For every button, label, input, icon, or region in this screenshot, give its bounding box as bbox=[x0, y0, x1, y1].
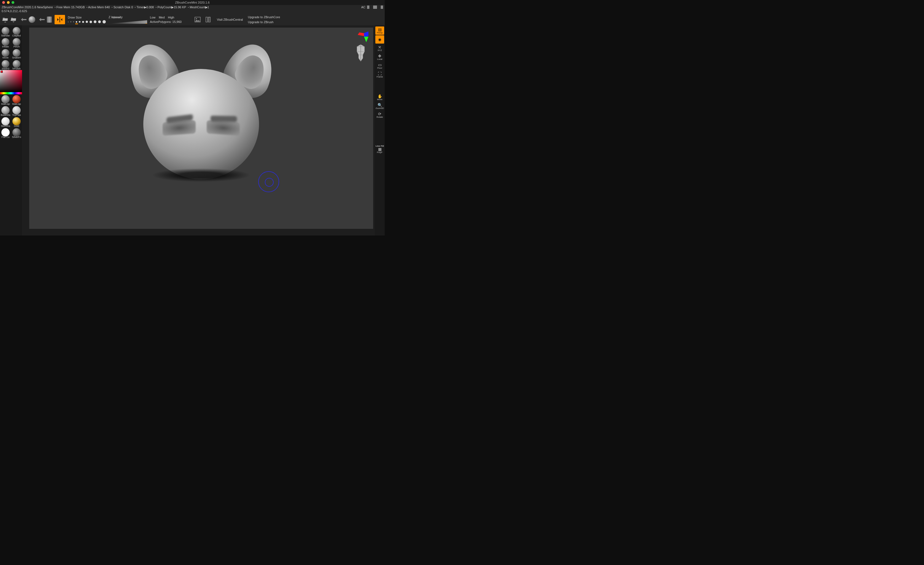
brush-hpolish[interactable]: hPolish bbox=[11, 59, 22, 70]
mac-titlebar: ZBrushCoreMini 2020.1.6 bbox=[0, 0, 385, 5]
save-file-button[interactable] bbox=[10, 16, 17, 23]
mesh-eye-left bbox=[163, 120, 196, 136]
resolution-med-button[interactable]: Med bbox=[159, 16, 165, 19]
window-title: ZBrushCoreMini 2020.1.6 bbox=[175, 1, 209, 4]
svg-point-1 bbox=[196, 18, 197, 19]
camera-head-gizmo[interactable] bbox=[353, 43, 369, 65]
image-export-icon[interactable] bbox=[194, 16, 201, 23]
hue-strip[interactable] bbox=[0, 92, 22, 94]
close-window-button[interactable] bbox=[2, 1, 5, 4]
brush-icon bbox=[13, 38, 20, 46]
status-bar: ZBrushCoreMini 2020.1.6 NewSphere Free M… bbox=[0, 5, 385, 9]
brush-claybui[interactable]: ClayBui bbox=[11, 26, 22, 37]
brush-icon bbox=[13, 60, 20, 68]
brush-slash3[interactable]: Slash3 bbox=[0, 59, 11, 70]
visit-zbrushcentral-link[interactable]: Visit ZBrushCentral bbox=[214, 18, 245, 21]
load-primitive2-button[interactable] bbox=[38, 16, 46, 23]
mesh-body bbox=[143, 69, 259, 179]
status-free-mem: Free Mem 15.743GB bbox=[55, 6, 85, 9]
cylinder-primitive-icon[interactable] bbox=[47, 17, 52, 23]
viewport-canvas[interactable] bbox=[29, 27, 373, 229]
right-toolbar: ▤ Persp ◉ ⤧ XYZ ✥ Local ▭ Floor ⛶ Frame … bbox=[375, 26, 385, 236]
frame-icon: ⛶ bbox=[378, 72, 382, 75]
status-app-doc: ZBrushCoreMini 2020.1.6 NewSphere bbox=[2, 6, 53, 9]
brush-standar[interactable]: Standar bbox=[0, 26, 11, 37]
resolution-low-button[interactable]: Low bbox=[150, 16, 155, 19]
sphere-primitive-icon[interactable] bbox=[28, 16, 35, 23]
draw-size-slider[interactable] bbox=[68, 20, 106, 23]
material-grid: MatCapMatCapBasicMaToyPlasSkinShaGoldFla… bbox=[0, 94, 22, 138]
viewport-area bbox=[22, 26, 375, 236]
brush-inflate[interactable]: Inflate bbox=[0, 37, 11, 48]
upgrade-zbrushcore-link[interactable]: Upgrade to ZBrushCore bbox=[248, 15, 280, 19]
layout-icon-3[interactable] bbox=[379, 6, 383, 9]
sculpted-mesh bbox=[143, 69, 259, 179]
mesh-shadow bbox=[152, 168, 251, 182]
draw-size-label: Draw Size bbox=[68, 16, 106, 19]
move-icon: ✋ bbox=[378, 94, 382, 98]
upgrade-zbrush-link[interactable]: Upgrade to ZBrush bbox=[248, 20, 280, 24]
local-button[interactable]: ✥ Local bbox=[375, 53, 384, 61]
material-silverfo[interactable]: SilverFo bbox=[11, 128, 22, 138]
material-flatco[interactable]: Flat Co bbox=[0, 128, 11, 138]
move-button[interactable]: ✋ Move bbox=[375, 93, 384, 101]
fullscreen-window-button[interactable] bbox=[12, 1, 14, 4]
traffic-lights bbox=[2, 1, 14, 4]
zoom-icon: 🔍 bbox=[378, 103, 382, 107]
brush-move[interactable]: Move bbox=[0, 48, 11, 59]
xyz-button[interactable]: ⤧ XYZ bbox=[375, 44, 384, 53]
draw-size-control: Draw Size bbox=[68, 16, 106, 23]
material-skinsha[interactable]: SkinSha bbox=[0, 116, 11, 128]
material-toyplas[interactable]: ToyPlas bbox=[11, 105, 22, 116]
zoom3d-button[interactable]: 🔍 Zoom3D bbox=[375, 102, 384, 110]
resolution-high-button[interactable]: High bbox=[168, 16, 174, 19]
brush-pinch[interactable]: Pinch bbox=[11, 37, 22, 48]
status-timer: Timer▶0.008 bbox=[135, 6, 154, 9]
axis-y-icon bbox=[364, 37, 369, 42]
brush-icon bbox=[2, 38, 9, 46]
mesh-eye-right bbox=[207, 120, 240, 136]
material-icon bbox=[12, 128, 21, 137]
polyframe-icon: ▦ bbox=[378, 147, 382, 151]
material-matcap[interactable]: MatCap bbox=[11, 94, 22, 105]
rotate-icon: ⟳ bbox=[378, 112, 381, 116]
status-active-mem: Active Mem 640 bbox=[87, 6, 110, 9]
main-area: StandarClayBuiInflatePinchMoveSnakeHSlas… bbox=[0, 26, 385, 236]
color-picker[interactable] bbox=[0, 70, 22, 92]
3dprint-export-icon[interactable] bbox=[204, 16, 212, 23]
layout-icon-1[interactable] bbox=[367, 6, 371, 9]
material-icon bbox=[2, 95, 10, 104]
material-icon bbox=[2, 117, 10, 125]
frame-button[interactable]: ⛶ Frame bbox=[375, 71, 384, 79]
minimize-window-button[interactable] bbox=[7, 1, 10, 4]
material-icon bbox=[12, 106, 21, 114]
brush-icon bbox=[2, 27, 9, 35]
floor-button[interactable]: ▭ Floor bbox=[375, 62, 384, 70]
svg-rect-3 bbox=[208, 17, 210, 22]
persp-button[interactable]: ▤ Persp bbox=[375, 27, 384, 35]
xyz-icon: ⤧ bbox=[378, 45, 381, 49]
material-icon bbox=[12, 117, 21, 125]
status-polycount: PolyCount▶15.96 KP bbox=[156, 6, 186, 9]
linefill-button[interactable]: Line Fill ▦ PolyF bbox=[375, 145, 384, 153]
orbit-button[interactable]: ◉ bbox=[375, 35, 384, 44]
brush-cursor-icon bbox=[258, 171, 279, 192]
open-file-button[interactable] bbox=[2, 16, 9, 23]
layout-icon-2[interactable] bbox=[373, 6, 377, 9]
local-icon: ✥ bbox=[378, 54, 381, 58]
material-matcap[interactable]: MatCap bbox=[0, 94, 11, 105]
symmetry-button[interactable] bbox=[55, 15, 65, 24]
brush-snakeh[interactable]: SnakeH bbox=[11, 48, 22, 59]
material-gold[interactable]: Gold bbox=[11, 116, 22, 128]
cursor-coordinates: 0.574,0.212,-0.625 bbox=[2, 9, 27, 13]
status-scratch: Scratch Disk 0 bbox=[112, 6, 133, 9]
svg-rect-2 bbox=[206, 17, 207, 22]
load-primitive-button[interactable] bbox=[20, 16, 27, 23]
z-intensity-slider[interactable] bbox=[109, 20, 147, 24]
material-icon bbox=[12, 95, 21, 104]
rotate-button[interactable]: ⟳ Rotate bbox=[375, 111, 384, 119]
material-icon bbox=[2, 106, 10, 114]
active-polygons-readout: ActivePolygons: 15,960 bbox=[150, 20, 182, 23]
color-picker-selection bbox=[0, 71, 3, 73]
material-basicma[interactable]: BasicMa bbox=[0, 105, 11, 116]
